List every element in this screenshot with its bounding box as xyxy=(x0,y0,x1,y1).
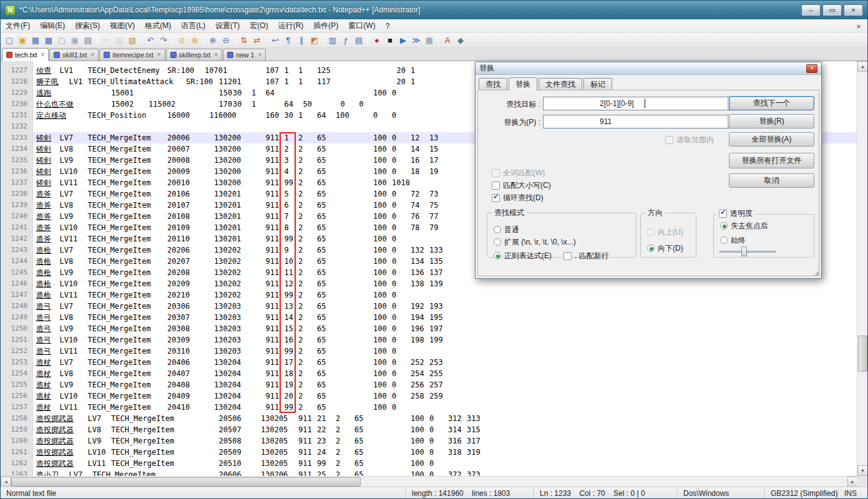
macro-save-icon[interactable]: ▦ xyxy=(423,34,436,47)
line-text[interactable]: 造投掷武器LV10TECH_MergeItem20509130205911242… xyxy=(33,447,858,458)
line-number[interactable]: 1236 xyxy=(1,166,33,177)
undo-icon[interactable]: ↶ xyxy=(144,34,157,47)
macro-record-icon[interactable]: ● xyxy=(371,34,383,47)
dialog-resize-grip[interactable]: ◢ xyxy=(814,268,819,277)
spell-check-icon[interactable]: A xyxy=(441,34,454,47)
editor-line-1246[interactable]: 1246造枪LV10TECH_MergeItem2020913020291112… xyxy=(1,278,858,289)
line-text[interactable]: 造投掷武器LV8TECH_MergeItem205071302059112226… xyxy=(33,424,858,435)
line-text[interactable]: 造投掷武器LV9TECH_MergeItem205081302059112326… xyxy=(33,435,858,447)
scroll-up-icon[interactable]: ▲ xyxy=(857,61,868,72)
tab-close-icon[interactable]: × xyxy=(41,52,44,58)
line-text[interactable]: 造弓LV8TECH_MergeItem203071302039111426510… xyxy=(33,312,858,323)
menu-item-11[interactable]: ? xyxy=(381,19,395,32)
menu-item-1[interactable]: 编辑(E) xyxy=(35,19,70,32)
menu-item-10[interactable]: 窗口(W) xyxy=(343,19,380,32)
copy-icon[interactable]: ▥ xyxy=(113,34,125,47)
define-language-icon[interactable]: ◩ xyxy=(308,34,321,47)
line-number[interactable]: 1250 xyxy=(1,323,33,334)
wrap-around-checkbox[interactable]: 循环查找(D) xyxy=(492,193,544,203)
line-text[interactable]: 造杖LV7TECH_MergeItem204061302049111726510… xyxy=(33,357,858,368)
line-number[interactable]: 1227 xyxy=(1,65,33,76)
macro-stop-icon[interactable]: ■ xyxy=(384,34,396,47)
line-text[interactable]: 造杖LV9TECH_MergeItem204081302049111926510… xyxy=(33,379,858,390)
tab-new-1[interactable]: new 1× xyxy=(223,49,266,61)
cancel-button[interactable]: 取消 xyxy=(729,173,814,188)
match-case-checkbox[interactable]: 匹配大小写(C) xyxy=(492,180,551,190)
horizontal-scroll-thumb[interactable] xyxy=(11,477,361,487)
line-text[interactable]: 造小刀LV7TECH_MergeItem20606130206911252651… xyxy=(33,469,858,476)
replace-button[interactable]: 替换(R) xyxy=(729,114,814,128)
dot-matches-newline-checkbox[interactable]: . 匹配新行 xyxy=(563,251,609,261)
editor-line-1260[interactable]: 1260造投掷武器LV9TECH_MergeItem20508130205911… xyxy=(1,435,858,447)
tab-itemrecipe-txt[interactable]: itemrecipe.txt× xyxy=(99,49,165,61)
menu-item-2[interactable]: 搜索(S) xyxy=(70,19,105,32)
line-number[interactable]: 1233 xyxy=(1,132,33,143)
paste-icon[interactable]: ▧ xyxy=(126,34,139,47)
replace-with-combobox[interactable]: 911 ▼ xyxy=(543,115,739,128)
menu-item-7[interactable]: 宏(O) xyxy=(245,19,273,32)
tab-close-icon[interactable]: × xyxy=(157,52,161,58)
line-number[interactable]: 1241 xyxy=(1,222,33,233)
menu-item-0[interactable]: 文件(F) xyxy=(1,19,35,32)
editor-line-1250[interactable]: 1250造弓LV9TECH_MergeItem20308130203911152… xyxy=(1,323,858,334)
editor-line-1256[interactable]: 1256造杖LV10TECH_MergeItem2040913020491120… xyxy=(1,390,858,402)
menu-item-3[interactable]: 视图(V) xyxy=(105,19,140,32)
line-number[interactable]: 1228 xyxy=(1,76,33,87)
tab-close-icon[interactable]: × xyxy=(258,52,262,58)
in-selection-checkbox[interactable]: 选取范围内 xyxy=(665,135,714,145)
line-number[interactable]: 1251 xyxy=(1,334,33,346)
line-text[interactable]: 造弓LV7TECH_MergeItem203061302039111326510… xyxy=(33,301,858,312)
sync-horizontal-scroll-icon[interactable]: ⇄ xyxy=(251,34,263,47)
tab-skill1-txt[interactable]: skill1.txt× xyxy=(49,49,99,61)
slider-thumb[interactable] xyxy=(741,246,747,256)
line-number[interactable]: 1259 xyxy=(1,424,33,435)
zoom-out-icon[interactable]: ⊖ xyxy=(220,34,232,47)
line-text[interactable]: 造杖LV8TECH_MergeItem204071302049111826510… xyxy=(33,368,858,379)
minimize-button[interactable]: – xyxy=(801,4,821,16)
line-number[interactable]: 1256 xyxy=(1,390,33,402)
editor-line-1257[interactable]: 1257造杖LV11TECH_MergeItem2041013020491199… xyxy=(1,402,858,413)
replace-icon[interactable]: ⊛ xyxy=(188,34,201,47)
line-number[interactable]: 1232 xyxy=(1,121,33,132)
close-all-documents-icon[interactable]: ▣ xyxy=(69,34,81,47)
open-folder-icon[interactable]: ▣ xyxy=(16,34,29,47)
menu-item-6[interactable]: 设置(T) xyxy=(210,19,245,32)
whole-word-checkbox[interactable]: 全词匹配(W) xyxy=(492,168,545,178)
line-number[interactable]: 1235 xyxy=(1,155,33,166)
line-text[interactable]: 造弓LV10TECH_MergeItem20309130203911162651… xyxy=(33,334,858,346)
title-bar[interactable]: N *C:\Users\Administrator\AppData\Local\… xyxy=(1,1,867,19)
line-number[interactable]: 1240 xyxy=(1,211,33,222)
line-text[interactable]: 造枪LV10TECH_MergeItem20209130202911122651… xyxy=(33,278,858,289)
redo-icon[interactable]: ↷ xyxy=(157,34,170,47)
menu-item-5[interactable]: 语言(L) xyxy=(176,19,210,32)
horizontal-scrollbar[interactable]: ◄ ► xyxy=(1,476,858,487)
transparency-on-focus-loss-radio[interactable]: 失去焦点后 xyxy=(720,221,768,231)
line-text[interactable]: 造枪LV11TECH_MergeItem20210130202911992651… xyxy=(33,289,858,301)
close-document-icon[interactable]: ▢ xyxy=(56,34,68,47)
line-number[interactable]: 1258 xyxy=(1,413,33,424)
editor-line-1254[interactable]: 1254造杖LV8TECH_MergeItem20407130204911182… xyxy=(1,368,858,379)
line-number[interactable]: 1257 xyxy=(1,402,33,413)
menu-item-8[interactable]: 运行(R) xyxy=(273,19,309,32)
dialog-tab-3[interactable]: 标记 xyxy=(583,78,612,90)
sync-vertical-scroll-icon[interactable]: ⇅ xyxy=(238,34,250,47)
cut-icon[interactable]: ✂ xyxy=(100,34,112,47)
line-number[interactable]: 1247 xyxy=(1,289,33,301)
line-number[interactable]: 1242 xyxy=(1,233,33,245)
print-icon[interactable]: ▤ xyxy=(82,34,94,47)
line-number[interactable]: 1237 xyxy=(1,177,33,188)
vertical-scroll-thumb[interactable] xyxy=(858,336,867,372)
tab-close-icon[interactable]: × xyxy=(214,52,218,58)
editor-line-1255[interactable]: 1255造杖LV9TECH_MergeItem20408130204911192… xyxy=(1,379,858,390)
line-text[interactable]: 造杖LV10TECH_MergeItem20409130204911202651… xyxy=(33,390,858,402)
zoom-in-icon[interactable]: ⊕ xyxy=(207,34,219,47)
scroll-left-icon[interactable]: ◄ xyxy=(1,477,11,487)
menubar-close-icon[interactable]: × xyxy=(854,21,864,31)
transparency-checkbox[interactable]: 透明度 xyxy=(716,208,755,218)
editor-line-1247[interactable]: 1247造枪LV11TECH_MergeItem2021013020291199… xyxy=(1,289,858,301)
editor-line-1249[interactable]: 1249造弓LV8TECH_MergeItem20307130203911142… xyxy=(1,312,858,323)
plugin-misc-icon[interactable]: ◆ xyxy=(454,34,467,47)
dialog-tab-2[interactable]: 文件查找 xyxy=(539,78,582,90)
dialog-tab-0[interactable]: 查找 xyxy=(479,78,507,90)
function-list-icon[interactable]: ƒ xyxy=(339,34,352,47)
